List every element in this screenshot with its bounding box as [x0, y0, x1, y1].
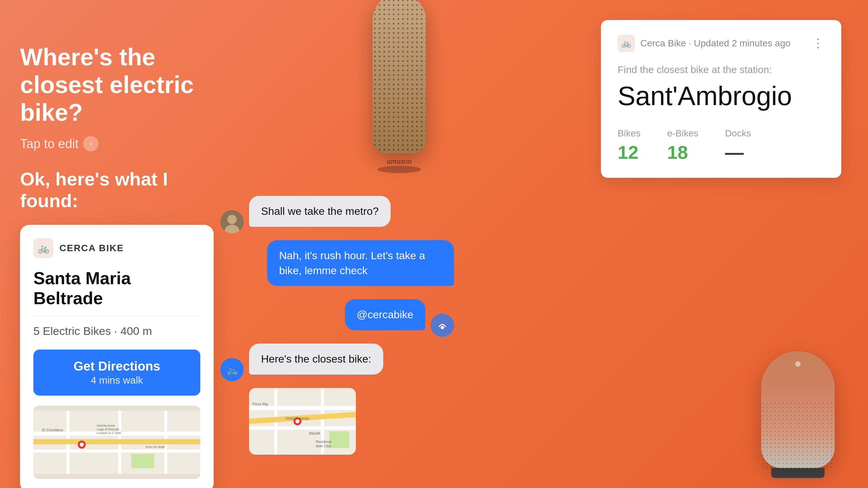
echo-perforations — [373, 0, 426, 154]
stat-bikes-value: 12 — [618, 141, 640, 163]
svg-point-35 — [296, 419, 300, 423]
stat-docks-value: — — [725, 141, 751, 163]
notif-app-info: Cerca Bike · Updated 2 minutes ago — [640, 38, 790, 49]
stat-ebikes: e-Bikes 18 — [667, 128, 698, 163]
tap-to-edit-arrow[interactable]: › — [83, 136, 98, 152]
bot-avatar — [431, 314, 454, 337]
bike-info: 5 Electric Bikes · 400 m — [33, 325, 200, 337]
chat-row-3: @cercabike — [220, 299, 454, 337]
notif-updated-text: Updated 2 minutes ago — [694, 38, 790, 48]
chat-bubble-3: @cercabike — [345, 299, 425, 330]
station-name: Santa Maria Beltrade — [33, 268, 200, 308]
notif-station-name: Sant'Ambrogio — [618, 81, 825, 111]
card-divider — [33, 316, 200, 317]
chat-panel: Shall we take the metro? Nah, it's rush … — [220, 196, 454, 455]
chat-map-svg: Pizza Big Hotel Soperga BikeMi Residenza… — [249, 388, 356, 455]
svg-text:delle Città: delle Città — [316, 444, 331, 448]
notif-updated: · — [689, 38, 694, 48]
tap-to-edit-label: Tap to edit — [20, 137, 79, 151]
stat-ebikes-value: 18 — [667, 141, 698, 163]
cerca-bot-icon: 🚲 — [220, 358, 244, 381]
user-avatar-1 — [220, 210, 244, 233]
cerca-bike-app-name: CERCA BIKE — [59, 243, 124, 254]
svg-rect-9 — [131, 454, 154, 468]
chat-row-2: Nah, it's rush hour. Let's take a bike, … — [220, 240, 454, 293]
gh-indicator — [795, 361, 801, 366]
svg-text:El Chorillano: El Chorillano — [42, 428, 63, 432]
bike-app-card: 🚲 CERCA BIKE Santa Maria Beltrade 5 Elec… — [20, 225, 214, 488]
notif-header-left: 🚲 Cerca Bike · Updated 2 minutes ago — [618, 35, 790, 52]
notif-subtitle: Find the closest bike at the station: — [618, 64, 825, 75]
chat-map-preview: Pizza Big Hotel Soperga BikeMi Residenza… — [249, 388, 356, 455]
stat-bikes-label: Bikes — [618, 128, 640, 139]
chat-bubble-2: Nah, it's rush hour. Let's take a bike, … — [267, 240, 454, 286]
echo-base — [378, 166, 421, 173]
svg-rect-1 — [373, 0, 426, 154]
voice-question: Where's the closest electric bike? — [20, 43, 220, 126]
app-card-header: 🚲 CERCA BIKE — [33, 238, 200, 258]
chat-row-4: 🚲 Here's the closest bike: — [220, 344, 454, 381]
found-text: Ok, here's what I found: — [20, 168, 220, 212]
svg-text:Pizza Big: Pizza Big — [252, 402, 268, 406]
get-directions-button[interactable]: Get Directions 4 mins walk — [33, 350, 200, 396]
stat-bikes: Bikes 12 — [618, 128, 640, 163]
gh-base — [771, 468, 825, 478]
map-svg: El Chorillano Distribuzione Lega di Resc… — [33, 405, 200, 479]
svg-point-18 — [227, 215, 237, 224]
gh-mesh — [761, 401, 835, 468]
svg-point-21 — [441, 326, 444, 329]
tap-to-edit-row[interactable]: Tap to edit › — [20, 136, 220, 152]
chat-row-1: Shall we take the metro? — [220, 196, 454, 233]
echo-brand-label: amazon — [349, 157, 450, 166]
stat-docks: Docks — — [725, 128, 751, 163]
map-preview: El Chorillano Distribuzione Lega di Resc… — [33, 405, 200, 479]
get-directions-label: Get Directions — [43, 359, 191, 374]
notif-app-name: Cerca Bike — [640, 38, 686, 48]
voice-assistant-panel: Where's the closest electric bike? Tap t… — [20, 43, 220, 488]
cerca-bike-icon: 🚲 — [33, 238, 54, 258]
svg-text:Distribuzione: Distribuzione — [97, 424, 115, 427]
gh-body — [761, 351, 835, 468]
walk-time: 4 mins walk — [43, 374, 191, 386]
google-home — [761, 351, 835, 478]
svg-text:Residenza: Residenza — [316, 440, 332, 444]
svg-text:Euro Inn B&B: Euro Inn B&B — [146, 445, 164, 449]
svg-point-20 — [434, 317, 451, 333]
svg-text:BikeMi: BikeMi — [309, 431, 320, 435]
stat-ebikes-label: e-Bikes — [667, 128, 698, 139]
chat-bubble-1: Shall we take the metro? — [249, 196, 391, 227]
svg-rect-37 — [761, 401, 835, 468]
notification-header: 🚲 Cerca Bike · Updated 2 minutes ago ⋮ — [618, 35, 825, 52]
svg-point-16 — [80, 443, 84, 447]
echo-body — [373, 0, 426, 154]
svg-rect-28 — [329, 431, 349, 448]
amazon-echo: amazon — [349, 0, 450, 173]
svg-text:Lega di Rescalli: Lega di Rescalli — [97, 427, 119, 431]
notif-stats: Bikes 12 e-Bikes 18 Docks — — [618, 128, 825, 163]
notif-menu-dots[interactable]: ⋮ — [812, 36, 825, 51]
svg-text:Luciano & C SNC: Luciano & C SNC — [97, 431, 122, 435]
notif-app-icon: 🚲 — [618, 35, 635, 52]
notification-card: 🚲 Cerca Bike · Updated 2 minutes ago ⋮ F… — [601, 20, 841, 178]
chat-bubble-4: Here's the closest bike: — [249, 344, 383, 375]
stat-docks-label: Docks — [725, 128, 751, 139]
